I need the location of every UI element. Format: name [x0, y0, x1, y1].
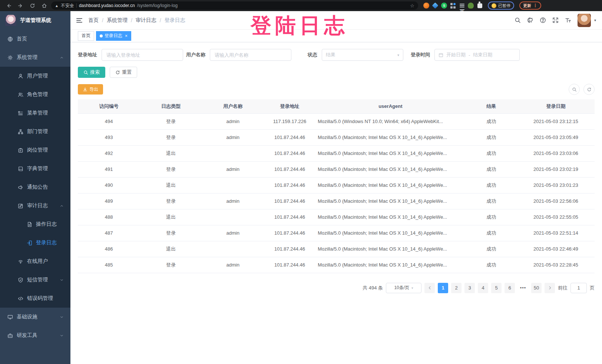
reload-icon[interactable] [27, 1, 37, 10]
cell-login-date: 2021-05-03 23:02:19 [517, 161, 595, 177]
sidebar-item-roles[interactable]: 角色管理 [0, 85, 70, 104]
sidebar-item-users[interactable]: 用户管理 [0, 67, 70, 85]
profile-paused-badge[interactable]: 已暂停 [488, 1, 514, 10]
sidebar-item-sms[interactable]: 短信管理 [0, 271, 70, 289]
cell-user-agent: Mozilla/5.0 (Windows NT 10.0; Win64; x64… [315, 113, 465, 129]
cell-result: 成功 [465, 193, 517, 209]
sidebar-item-login-log[interactable]: 登录日志 [0, 234, 70, 252]
breadcrumb-current: 登录日志 [165, 17, 185, 24]
sidebar-item-departments[interactable]: 部门管理 [0, 122, 70, 141]
tag-login-log[interactable]: 登录日志 × [96, 31, 131, 41]
goto-page-input[interactable] [570, 283, 587, 293]
sidebar-item-menus[interactable]: 菜单管理 [0, 104, 70, 122]
sidebar-item-dev-tools[interactable]: 研发工具 [0, 326, 70, 345]
cell-user-agent: Mozilla/5.0 (Macintosh; Intel Mac OS X 1… [315, 145, 465, 161]
next-page-button[interactable] [545, 283, 555, 293]
sidebar-item-system[interactable]: 系统管理 [0, 48, 70, 67]
browser-update-button[interactable]: 更新 ⋮ [519, 1, 541, 10]
page-number-button[interactable]: 6 [505, 283, 515, 293]
sidebar-item-online-users[interactable]: 在线用户 [0, 252, 70, 271]
sidebar-item-notices[interactable]: 通知公告 [0, 178, 70, 196]
search-icon[interactable] [515, 17, 521, 23]
extension-diamond-icon[interactable] [432, 3, 438, 9]
address-bar[interactable]: ▲ 不安全 dashboard.yudao.iocoder.cn/system/… [51, 1, 418, 10]
sidebar-item-infrastructure[interactable]: 基础设施 [0, 308, 70, 326]
table-row[interactable]: 490 退出 101.87.244.46 Mozilla/5.0 (Macint… [78, 177, 595, 193]
cell-result: 成功 [465, 241, 517, 257]
extension-orange-icon[interactable] [423, 3, 429, 9]
breadcrumb-system[interactable]: 系统管理 [107, 17, 128, 24]
cell-login-date: 2021-05-03 22:55:05 [517, 209, 595, 225]
table-row[interactable]: 485 登录 admin 101.87.244.46 Mozilla/5.0 (… [78, 257, 595, 273]
cell-user-agent: Mozilla/5.0 (Macintosh; Intel Mac OS X 1… [315, 193, 465, 209]
cell-login-address: 101.87.244.46 [264, 225, 315, 241]
page-number-button[interactable]: 5 [491, 283, 502, 293]
page-number-button[interactable]: ••• [518, 283, 528, 293]
toggle-search-button[interactable] [569, 84, 580, 95]
prev-page-button[interactable] [424, 283, 435, 293]
search-button[interactable]: 搜索 [78, 67, 105, 78]
tag-close-icon[interactable]: × [125, 33, 128, 39]
date-range-picker[interactable]: 开始日期 - 结束日期 [434, 49, 520, 61]
extension-grid-icon[interactable] [450, 3, 456, 9]
sidebar-toggle-icon[interactable] [76, 18, 82, 23]
user-avatar[interactable] [578, 14, 591, 27]
cell-log-type: 登录 [140, 129, 202, 145]
browser-toolbar: ▲ 不安全 dashboard.yudao.iocoder.cn/system/… [0, 0, 602, 11]
page-number-button[interactable]: 50 [531, 283, 542, 293]
sidebar-item-posts[interactable]: 岗位管理 [0, 141, 70, 159]
not-secure-label: 不安全 [61, 3, 74, 9]
help-icon[interactable] [540, 17, 546, 23]
page-number-button[interactable]: 3 [464, 283, 475, 293]
extension-list-icon[interactable]: on [459, 3, 465, 9]
sidebar-item-operation-log[interactable]: 操作日志 [0, 215, 70, 234]
tag-home[interactable]: 首页 [78, 31, 94, 41]
table-row[interactable]: 487 登录 admin 101.87.244.46 Mozilla/5.0 (… [78, 225, 595, 241]
not-secure-icon: ▲ [55, 4, 59, 8]
extension-green-icon[interactable]: S [441, 3, 447, 9]
page-number-button[interactable]: 1 [438, 283, 448, 293]
reset-button[interactable]: 重置 [110, 67, 137, 78]
cell-username [202, 177, 264, 193]
status-select[interactable]: 结果 ▾ [322, 49, 403, 61]
page-number-button[interactable]: 4 [478, 283, 488, 293]
cell-login-address: 101.87.244.46 [264, 241, 315, 257]
table-row[interactable]: 494 登录 admin 117.159.17.226 Mozilla/5.0 … [78, 113, 595, 129]
breadcrumb-home[interactable]: 首页 [88, 17, 99, 24]
table-row[interactable]: 493 登录 admin 101.87.244.46 Mozilla/5.0 (… [78, 129, 595, 145]
sidebar-item-home[interactable]: 首页 [0, 30, 70, 48]
back-icon[interactable] [4, 1, 13, 10]
sidebar-item-dictionary[interactable]: 字典管理 [0, 159, 70, 178]
chevron-down-icon [60, 278, 64, 282]
table-row[interactable]: 486 退出 101.87.244.46 Mozilla/5.0 (Macint… [78, 241, 595, 257]
cell-username: admin [202, 161, 264, 177]
table-row[interactable]: 492 退出 101.87.244.46 Mozilla/5.0 (Macint… [78, 145, 595, 161]
breadcrumb-audit[interactable]: 审计日志 [136, 17, 156, 24]
extension-plant-icon[interactable] [468, 3, 474, 9]
app-logo[interactable]: 芋道管理系统 [0, 11, 70, 30]
sidebar-item-error-codes[interactable]: 错误码管理 [0, 289, 70, 308]
table-row[interactable]: 488 退出 101.87.244.46 Mozilla/5.0 (Macint… [78, 209, 595, 225]
table-header-cell: 日志类型 [140, 99, 202, 113]
cell-id: 494 [78, 113, 140, 129]
page-number-button[interactable]: 2 [451, 283, 462, 293]
url-separator [76, 3, 77, 8]
fullscreen-icon[interactable] [552, 17, 559, 23]
table-row[interactable]: 489 登录 admin 101.87.244.46 Mozilla/5.0 (… [78, 193, 595, 209]
page-size-select[interactable]: 10条/页 ▾ [386, 283, 421, 293]
avatar-caret-icon[interactable]: ▾ [594, 18, 596, 22]
sidebar-item-audit-log[interactable]: 审计日志 [0, 196, 70, 215]
home-icon[interactable] [39, 1, 49, 10]
export-button[interactable]: 导出 [78, 84, 103, 95]
font-size-icon[interactable] [565, 17, 571, 23]
username-input[interactable] [210, 49, 291, 61]
browser-menu-icon[interactable]: ⋮ [533, 3, 538, 8]
table-row[interactable]: 491 登录 admin 101.87.244.46 Mozilla/5.0 (… [78, 161, 595, 177]
refresh-table-button[interactable] [583, 84, 595, 95]
cell-log-type: 登录 [140, 161, 202, 177]
bookmark-star-icon[interactable]: ☆ [410, 3, 414, 9]
extension-puzzle-icon[interactable] [477, 3, 483, 9]
login-address-input[interactable] [102, 49, 183, 61]
forward-icon[interactable] [16, 1, 25, 10]
github-icon[interactable] [527, 17, 533, 23]
